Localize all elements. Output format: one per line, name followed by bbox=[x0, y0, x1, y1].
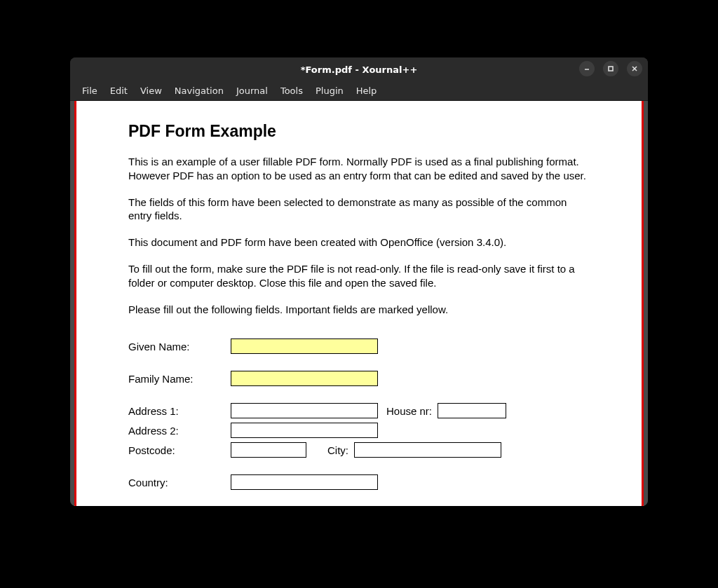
menu-plugin[interactable]: Plugin bbox=[309, 83, 350, 99]
document-title: PDF Form Example bbox=[128, 122, 590, 141]
menu-navigation[interactable]: Navigation bbox=[168, 83, 230, 99]
row-country: Country: bbox=[128, 474, 590, 490]
menu-journal[interactable]: Journal bbox=[230, 83, 274, 99]
intro-paragraph-1: This is an example of a user fillable PD… bbox=[128, 155, 590, 183]
row-address-2: Address 2: bbox=[128, 423, 590, 438]
intro-paragraph-3: This document and PDF form have been cre… bbox=[128, 235, 590, 249]
field-family-name[interactable] bbox=[231, 371, 378, 386]
page-content: PDF Form Example This is an example of a… bbox=[76, 101, 642, 506]
menu-file[interactable]: File bbox=[76, 83, 104, 99]
label-given-name: Given Name: bbox=[128, 341, 231, 353]
field-country[interactable] bbox=[231, 474, 378, 490]
minimize-icon bbox=[583, 65, 590, 72]
window-controls bbox=[579, 61, 642, 76]
close-icon bbox=[631, 65, 638, 72]
minimize-button[interactable] bbox=[579, 61, 595, 76]
label-family-name: Family Name: bbox=[128, 373, 231, 385]
form-area: Given Name: Family Name: Address 1: Hous… bbox=[128, 339, 590, 506]
menu-view[interactable]: View bbox=[134, 83, 168, 99]
pdf-page: PDF Form Example This is an example of a… bbox=[74, 101, 644, 506]
row-given-name: Given Name: bbox=[128, 339, 590, 354]
menu-tools[interactable]: Tools bbox=[274, 83, 309, 99]
maximize-icon bbox=[607, 65, 614, 72]
label-city: City: bbox=[327, 444, 348, 456]
row-postcode-city: Postcode: City: bbox=[128, 442, 590, 458]
window-title: *Form.pdf - Xournal++ bbox=[301, 64, 418, 75]
label-address-2: Address 2: bbox=[128, 425, 231, 437]
label-house-nr: House nr: bbox=[386, 405, 432, 417]
field-address-2[interactable] bbox=[231, 423, 378, 438]
document-canvas[interactable]: PDF Form Example This is an example of a… bbox=[70, 101, 648, 506]
close-button[interactable] bbox=[627, 61, 642, 76]
menu-bar: File Edit View Navigation Journal Tools … bbox=[70, 81, 648, 101]
maximize-button[interactable] bbox=[603, 61, 618, 76]
svg-rect-1 bbox=[609, 67, 613, 71]
row-family-name: Family Name: bbox=[128, 371, 590, 386]
intro-paragraph-4: To fill out the form, make sure the PDF … bbox=[128, 262, 590, 290]
field-house-nr[interactable] bbox=[438, 403, 506, 418]
title-bar: *Form.pdf - Xournal++ bbox=[70, 57, 648, 81]
field-city[interactable] bbox=[354, 442, 501, 458]
row-address-1: Address 1: House nr: bbox=[128, 403, 590, 418]
field-postcode[interactable] bbox=[231, 442, 306, 458]
label-address-1: Address 1: bbox=[128, 405, 231, 417]
menu-help[interactable]: Help bbox=[350, 83, 384, 99]
field-given-name[interactable] bbox=[231, 339, 378, 354]
app-window: *Form.pdf - Xournal++ File Edit View Nav… bbox=[70, 57, 648, 506]
label-postcode: Postcode: bbox=[128, 444, 231, 456]
intro-paragraph-5: Please fill out the following fields. Im… bbox=[128, 303, 590, 317]
label-country: Country: bbox=[128, 477, 231, 488]
intro-paragraph-2: The fields of this form have been select… bbox=[128, 196, 590, 224]
field-address-1[interactable] bbox=[231, 403, 378, 418]
menu-edit[interactable]: Edit bbox=[104, 83, 134, 99]
